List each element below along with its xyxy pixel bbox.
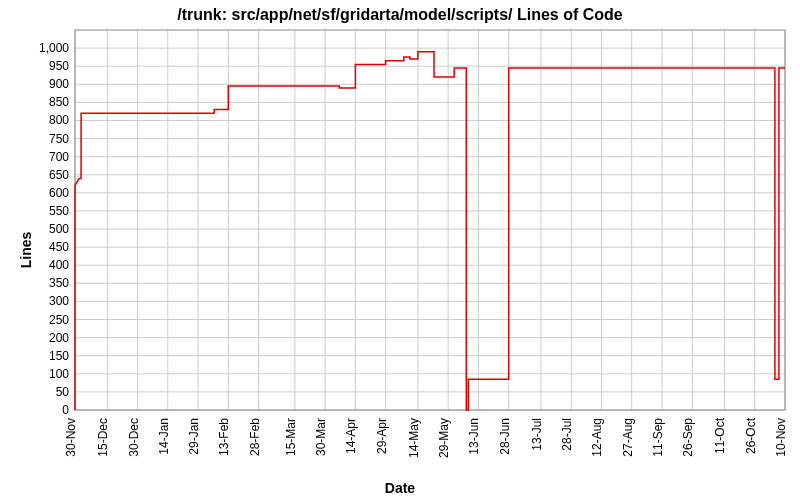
y-tick-label: 700 <box>49 150 69 164</box>
y-tick-label: 50 <box>56 385 70 399</box>
x-tick-label: 15-Dec <box>96 418 110 457</box>
y-tick-label: 0 <box>62 403 69 417</box>
x-tick-label: 14-May <box>407 418 421 458</box>
y-tick-label: 950 <box>49 59 69 73</box>
y-tick-label: 250 <box>49 313 69 327</box>
y-tick-label: 350 <box>49 276 69 290</box>
x-tick-label: 26-Oct <box>744 417 758 454</box>
x-tick-label: 30-Dec <box>127 418 141 457</box>
y-tick-label: 300 <box>49 294 69 308</box>
x-tick-label: 29-Apr <box>375 418 389 454</box>
chart-container: /trunk: src/app/net/sf/gridarta/model/sc… <box>0 0 800 500</box>
y-tick-label: 200 <box>49 331 69 345</box>
x-tick-label: 10-Nov <box>774 418 788 457</box>
x-tick-label: 13-Jul <box>530 418 544 451</box>
y-tick-label: 650 <box>49 168 69 182</box>
x-tick-label: 11-Sep <box>651 418 665 457</box>
x-tick-label: 29-May <box>437 418 451 458</box>
y-tick-label: 500 <box>49 222 69 236</box>
svg-rect-0 <box>75 30 785 410</box>
x-tick-label: 29-Jan <box>187 418 201 455</box>
x-tick-label: 12-Aug <box>590 418 604 457</box>
x-tick-label: 11-Oct <box>713 417 727 454</box>
x-tick-label: 30-Nov <box>64 418 78 457</box>
x-tick-label: 28-Jul <box>560 418 574 451</box>
x-tick-label: 28-Jun <box>498 418 512 455</box>
x-axis-label: Date <box>0 480 800 496</box>
chart-svg: 0501001502002503003504004505005506006507… <box>0 0 800 500</box>
x-tick-label: 15-Mar <box>284 418 298 456</box>
x-tick-label: 27-Aug <box>621 418 635 457</box>
chart-title: /trunk: src/app/net/sf/gridarta/model/sc… <box>0 6 800 24</box>
y-axis-label: Lines <box>18 232 34 269</box>
y-tick-label: 1,000 <box>39 41 69 55</box>
x-tick-label: 13-Jun <box>467 418 481 455</box>
y-tick-label: 750 <box>49 132 69 146</box>
y-tick-label: 450 <box>49 240 69 254</box>
x-tick-label: 30-Mar <box>314 418 328 456</box>
y-tick-label: 100 <box>49 367 69 381</box>
y-tick-label: 150 <box>49 349 69 363</box>
x-tick-label: 14-Apr <box>344 418 358 454</box>
x-tick-label: 26-Sep <box>681 418 695 457</box>
y-tick-label: 900 <box>49 77 69 91</box>
y-tick-label: 400 <box>49 258 69 272</box>
y-tick-label: 800 <box>49 113 69 127</box>
x-tick-label: 13-Feb <box>217 418 231 456</box>
x-tick-label: 14-Jan <box>157 418 171 455</box>
y-tick-label: 850 <box>49 95 69 109</box>
x-tick-label: 28-Feb <box>248 418 262 456</box>
y-tick-label: 550 <box>49 204 69 218</box>
y-tick-label: 600 <box>49 186 69 200</box>
